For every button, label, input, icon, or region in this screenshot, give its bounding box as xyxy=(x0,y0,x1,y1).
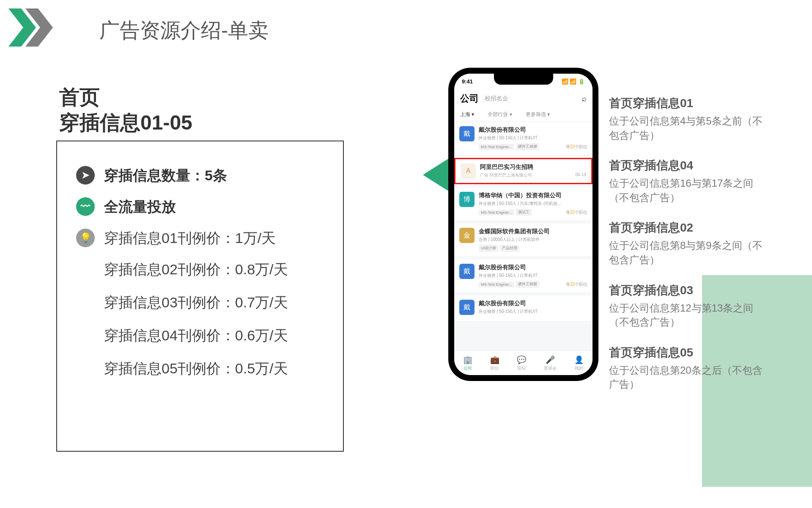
tag: 硬件工程师 xyxy=(516,143,539,150)
annotation-title: 首页穿插信息04 xyxy=(609,157,765,174)
phone-frame: 9:41 📶 📶 🔋 公司 校招名企 ⌕ 上海 ▾ 全部行业 ▾ 更多筛选 ▾ … xyxy=(448,68,598,381)
status-icons: 📶 📶 🔋 xyxy=(562,78,585,85)
tab-campus[interactable]: 校招名企 xyxy=(485,95,508,102)
tag: MS-Test Enginer... xyxy=(479,282,514,287)
nav-label: 我的 xyxy=(575,365,583,371)
company-name: 戴尔股份有限公司 xyxy=(479,264,587,271)
nav-icon: 💬 xyxy=(517,355,526,364)
filter-industry[interactable]: 全部行业 ▾ xyxy=(488,111,512,118)
tag-row: UI设计师产品经理 xyxy=(479,245,587,252)
company-name: 博格华纳（中国）投资有限公司 xyxy=(479,192,587,199)
company-card[interactable]: 戴戴尔股份有限公司外企独资 | 50-150人 | 计算机/ITMS-Test … xyxy=(454,260,593,292)
annotation-title: 首页穿插信息02 xyxy=(609,220,765,236)
nav-label: 职位 xyxy=(491,365,499,371)
price-item: 穿插信息04刊例价：0.6万/天 xyxy=(104,326,324,345)
company-meta: 外企独资 | 50-150人 | 计算机/IT xyxy=(479,309,587,315)
company-name: 戴尔股份有限公司 xyxy=(479,126,587,134)
nav-label: 论坛 xyxy=(517,365,526,371)
status-time: 9:41 xyxy=(462,78,473,85)
company-meta: 合资 | 10000人以上 | 计算机软件 xyxy=(479,237,587,243)
nav-label: 宣讲会 xyxy=(544,365,557,371)
job-count: 等22个职位 xyxy=(566,144,587,150)
nav-icon: 🏢 xyxy=(463,355,472,364)
card-body: 戴尔股份有限公司外企独资 | 50-150人 | 计算机/IT xyxy=(479,300,587,317)
tab-company[interactable]: 公司 xyxy=(460,92,479,105)
app-header: 公司 校招名企 ⌕ xyxy=(454,89,593,108)
annotation-body: 位于公司信息第8与第9条之间（不包含广告） xyxy=(609,238,765,267)
phone-notch xyxy=(494,74,553,85)
chart-icon: 〰 xyxy=(76,197,95,216)
filter-city[interactable]: 上海 ▾ xyxy=(460,111,474,118)
company-card[interactable]: 戴戴尔股份有限公司外企独资 | 50-150人 | 计算机/IT xyxy=(454,295,593,321)
section-line1: 首页 xyxy=(59,85,192,110)
search-icon[interactable]: ⌕ xyxy=(582,94,587,103)
bulb-icon: 💡 xyxy=(76,229,95,247)
ad-meta: 广告 阿里巴巴上海有限公司06-14 xyxy=(480,172,586,178)
nav-item-宣讲会[interactable]: 🎤宣讲会 xyxy=(544,355,557,371)
bullet-traffic: 〰 全流量投放 xyxy=(76,197,324,217)
annotation: 首页穿插信息02位于公司信息第8与第9条之间（不包含广告） xyxy=(609,220,765,267)
company-card[interactable]: 博博格华纳（中国）投资有限公司外企独资 | 50-150人 | 汽车/摩托车 (… xyxy=(454,188,593,220)
annotations: 首页穿插信息01位于公司信息第4与第5条之前（不包含广告）首页穿插信息04位于公… xyxy=(609,95,765,407)
slide-title: 广告资源介绍-单卖 xyxy=(99,17,269,44)
tag-row: MS-Test Enginer...硬件工程师等22个职位 xyxy=(479,281,587,288)
price-item: 穿插信息02刊例价：0.8万/天 xyxy=(104,260,324,279)
nav-icon: 👤 xyxy=(574,355,584,364)
tag: 硬件工程师 xyxy=(516,281,539,288)
tag-row: MS-Test Enginer...测试工等22个职位 xyxy=(479,209,587,216)
company-logo: 戴 xyxy=(459,300,475,315)
annotation-title: 首页穿插信息01 xyxy=(609,95,765,111)
send-icon: ➤ xyxy=(76,166,95,185)
card-body: 戴尔股份有限公司外企独资 | 50-150人 | 计算机/ITMS-Test E… xyxy=(479,264,587,288)
annotation-title: 首页穿插信息03 xyxy=(609,282,765,298)
annotation: 首页穿插信息05位于公司信息第20条之后（不包含广告） xyxy=(609,345,765,392)
annotation-body: 位于公司信息第20条之后（不包含广告） xyxy=(609,363,765,392)
company-logo: 博 xyxy=(459,192,475,207)
company-card[interactable]: 戴戴尔股份有限公司外企独资 | 50-150人 | 计算机/ITMS-Test … xyxy=(454,122,593,155)
annotation: 首页穿插信息01位于公司信息第4与第5条之前（不包含广告） xyxy=(609,95,765,142)
annotation-title: 首页穿插信息05 xyxy=(609,345,765,361)
tag: 产品经理 xyxy=(500,245,519,252)
company-card[interactable]: 金金蝶国际软件集团有限公司合资 | 10000人以上 | 计算机软件UI设计师产… xyxy=(454,224,593,256)
company-card[interactable]: A阿里巴巴实习生招聘广告 阿里巴巴上海有限公司06-14 xyxy=(454,158,593,184)
section-line2: 穿插信息01-05 xyxy=(59,110,192,135)
nav-item-公司[interactable]: 🏢公司 xyxy=(463,355,472,371)
annotation: 首页穿插信息03位于公司信息第12与第13条之间（不包含广告） xyxy=(609,282,765,329)
section-head: 首页 穿插信息01-05 xyxy=(59,85,192,135)
filter-more[interactable]: 更多筛选 ▾ xyxy=(526,111,550,118)
company-meta: 外企独资 | 50-150人 | 计算机/IT xyxy=(479,135,587,141)
price-item: 穿插信息03刊例价：0.7万/天 xyxy=(104,293,324,312)
arrow-logo-icon xyxy=(8,8,59,47)
company-list[interactable]: 戴戴尔股份有限公司外企独资 | 50-150人 | 计算机/ITMS-Test … xyxy=(454,122,593,351)
company-logo: 戴 xyxy=(459,126,475,141)
bullet-prices: 💡 穿插信息01刊例价：1万/天 xyxy=(76,229,324,248)
tag: UI设计师 xyxy=(479,245,498,252)
annotation-body: 位于公司信息第16与第17条之间（不包含广告） xyxy=(609,176,765,204)
nav-item-论坛[interactable]: 💬论坛 xyxy=(517,355,526,371)
bullet-count: ➤ 穿插信息数量：5条 xyxy=(76,166,324,185)
nav-item-职位[interactable]: 💼职位 xyxy=(490,355,499,371)
tag-row: MS-Test Enginer...硬件工程师等22个职位 xyxy=(479,143,587,150)
tag: MS-Test Enginer... xyxy=(479,210,514,215)
price-item: 穿插信息05刊例价：0.5万/天 xyxy=(104,359,324,378)
info-box: ➤ 穿插信息数量：5条 〰 全流量投放 💡 穿插信息01刊例价：1万/天 穿插信… xyxy=(56,141,344,452)
nav-icon: 💼 xyxy=(490,355,499,364)
card-body: 阿里巴巴实习生招聘广告 阿里巴巴上海有限公司06-14 xyxy=(480,163,586,179)
phone-screen: 9:41 📶 📶 🔋 公司 校招名企 ⌕ 上海 ▾ 全部行业 ▾ 更多筛选 ▾ … xyxy=(454,74,593,375)
annotation: 首页穿插信息04位于公司信息第16与第17条之间（不包含广告） xyxy=(609,157,765,204)
company-logo: 戴 xyxy=(459,264,475,279)
nav-item-我的[interactable]: 👤我的 xyxy=(574,355,584,371)
pointer-arrow-icon xyxy=(423,159,448,191)
tag: 测试工 xyxy=(516,209,532,216)
company-name: 金蝶国际软件集团有限公司 xyxy=(479,228,587,235)
tag: MS-Test Enginer... xyxy=(479,144,514,150)
company-meta: 外企独资 | 50-150人 | 汽车/摩托车 (司机急... xyxy=(479,201,587,207)
company-logo: 金 xyxy=(459,228,475,243)
company-name: 阿里巴巴实习生招聘 xyxy=(480,163,586,171)
job-count: 等22个职位 xyxy=(566,282,587,287)
card-body: 博格华纳（中国）投资有限公司外企独资 | 50-150人 | 汽车/摩托车 (司… xyxy=(479,192,587,216)
card-body: 戴尔股份有限公司外企独资 | 50-150人 | 计算机/ITMS-Test E… xyxy=(479,126,587,150)
card-body: 金蝶国际软件集团有限公司合资 | 10000人以上 | 计算机软件UI设计师产品… xyxy=(479,228,587,252)
job-count: 等22个职位 xyxy=(566,210,587,215)
nav-icon: 🎤 xyxy=(546,355,555,364)
